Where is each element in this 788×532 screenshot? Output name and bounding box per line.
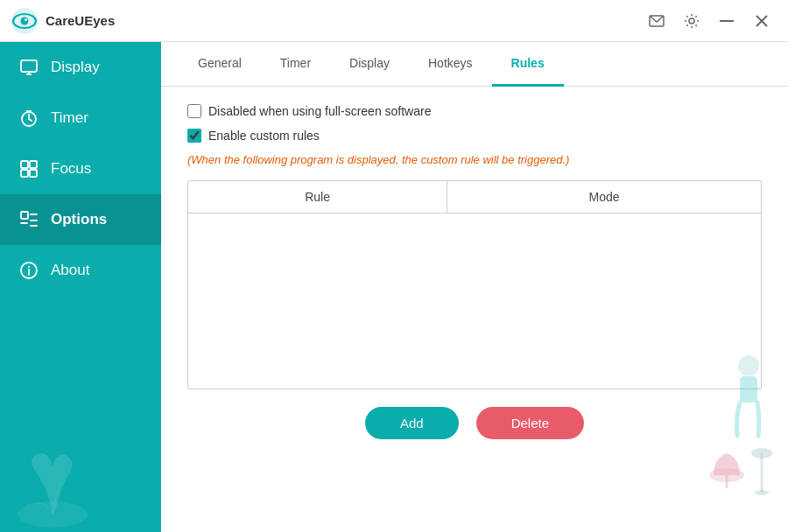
email-button[interactable] [641,5,672,37]
svg-rect-19 [30,170,37,177]
delete-button[interactable]: Delete [476,407,584,439]
minimize-button[interactable] [711,5,742,37]
svg-point-29 [738,355,759,376]
sidebar-item-options[interactable]: Options [0,194,161,245]
window-controls [641,5,777,37]
svg-rect-16 [21,161,28,168]
tab-display[interactable]: Display [330,42,409,87]
sidebar-item-about[interactable]: About [0,245,161,296]
email-icon [649,15,665,27]
settings-button[interactable] [676,5,707,37]
about-icon [19,261,39,280]
close-button[interactable] [746,5,777,37]
display-icon [19,58,39,77]
content-area: General Timer Display Hotkeys Rules Disa… [161,42,788,532]
tab-general[interactable]: General [179,42,261,87]
sidebar-item-timer[interactable]: Timer [0,93,161,144]
title-bar: CareUEyes [0,0,788,42]
app-title: CareUEyes [46,13,115,28]
svg-rect-9 [21,60,37,72]
sidebar: Display Timer Focus [0,42,161,532]
add-button[interactable]: Add [365,407,459,439]
tab-hotkeys[interactable]: Hotkeys [409,42,492,87]
tab-timer[interactable]: Timer [261,42,330,87]
svg-rect-18 [21,170,28,177]
custom-rules-checkbox[interactable] [187,129,201,143]
info-text: (When the following program is displayed… [187,153,762,166]
fullscreen-label: Disabled when using full-screen software [208,104,431,118]
svg-point-2 [21,17,29,24]
custom-rules-row: Enable custom rules [187,129,762,143]
svg-point-5 [689,18,694,24]
svg-point-27 [28,266,30,268]
col-mode: Mode [447,181,761,214]
svg-line-14 [29,119,32,121]
sidebar-label-options: Options [51,211,107,228]
sidebar-label-about: About [51,262,89,279]
timer-icon [19,108,39,128]
sidebar-label-display: Display [51,59,100,76]
sidebar-item-display[interactable]: Display [0,42,161,93]
custom-rules-label: Enable custom rules [208,129,320,143]
options-icon [19,210,39,229]
action-buttons: Add Delete [187,407,762,448]
svg-rect-30 [740,376,757,402]
svg-rect-20 [21,212,28,219]
main-layout: Display Timer Focus [0,42,788,532]
focus-icon [19,159,39,178]
tab-rules[interactable]: Rules [492,42,564,87]
sidebar-item-focus[interactable]: Focus [0,144,161,194]
close-icon [756,15,768,27]
sidebar-decoration [0,392,161,532]
app-logo: CareUEyes [11,7,115,35]
sidebar-label-timer: Timer [51,109,88,127]
gear-icon [684,13,700,29]
eye-icon [11,7,39,35]
col-rule: Rule [188,181,447,214]
svg-point-3 [25,18,27,21]
svg-point-35 [755,490,769,495]
fullscreen-row: Disabled when using full-screen software [187,104,762,118]
svg-rect-17 [30,161,37,168]
fullscreen-checkbox[interactable] [187,104,201,118]
svg-point-34 [751,448,772,458]
illustration [700,340,788,497]
minimize-icon [720,20,734,22]
sidebar-label-focus: Focus [51,160,91,178]
rules-table: Rule Mode [188,181,761,388]
rules-tab-content: Disabled when using full-screen software… [161,87,788,532]
tab-bar: General Timer Display Hotkeys Rules [161,42,788,87]
rules-table-container: Rule Mode [187,180,762,389]
